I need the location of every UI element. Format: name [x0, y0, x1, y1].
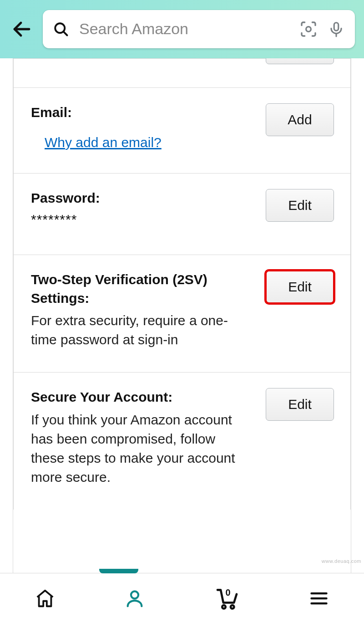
secure-account-description: If you think your Amazon account has bee… — [31, 410, 240, 487]
email-row: Email: Why add an email? Add — [14, 88, 350, 174]
microphone-icon[interactable] — [328, 20, 345, 38]
user-icon — [124, 588, 145, 609]
settings-content: Email: Why add an email? Add Password: *… — [13, 58, 351, 573]
two-step-label: Two-Step Verification (2SV) Settings: — [31, 271, 255, 307]
svg-point-7 — [222, 605, 225, 608]
active-tab-indicator — [99, 569, 138, 573]
edit-two-step-button[interactable]: Edit — [266, 271, 334, 303]
app-header: Search Amazon — [0, 0, 364, 58]
camera-scan-icon[interactable] — [299, 20, 318, 38]
secure-account-row: Secure Your Account: If you think your A… — [14, 373, 350, 510]
nav-menu[interactable] — [305, 585, 333, 612]
cart-count-badge: 0 — [225, 587, 230, 598]
arrow-left-icon — [11, 18, 33, 40]
two-step-row: Two-Step Verification (2SV) Settings: Fo… — [14, 255, 350, 373]
nav-account[interactable] — [121, 585, 148, 612]
svg-line-2 — [63, 31, 67, 35]
password-label: Password: — [31, 189, 255, 208]
nav-cart[interactable]: 0 — [211, 585, 243, 612]
nav-home[interactable] — [31, 585, 59, 612]
secure-account-label: Secure Your Account: — [31, 388, 255, 407]
email-label: Email: — [31, 103, 255, 122]
password-row: Password: ******** Edit — [14, 174, 350, 255]
two-step-description: For extra security, require a one-time p… — [31, 311, 240, 349]
settings-list: Email: Why add an email? Add Password: *… — [13, 58, 351, 510]
svg-point-8 — [231, 605, 234, 608]
svg-rect-4 — [334, 22, 339, 30]
edit-password-button[interactable]: Edit — [266, 189, 334, 222]
watermark: www.deuaq.com — [322, 558, 361, 564]
home-icon — [35, 588, 56, 609]
svg-point-3 — [306, 26, 311, 31]
back-button[interactable] — [9, 16, 35, 42]
search-bar[interactable]: Search Amazon — [43, 10, 355, 48]
bottom-nav: 0 — [0, 573, 364, 623]
password-value: ******** — [31, 212, 255, 227]
edit-secure-account-button[interactable]: Edit — [266, 388, 334, 421]
search-icon — [53, 21, 69, 37]
why-add-email-link[interactable]: Why add an email? — [31, 135, 255, 150]
hamburger-menu-icon — [309, 588, 329, 608]
add-email-button[interactable]: Add — [266, 103, 334, 136]
partial-button[interactable] — [266, 58, 334, 64]
svg-point-6 — [131, 591, 138, 598]
search-placeholder: Search Amazon — [79, 20, 289, 38]
partial-row-above — [14, 59, 350, 88]
